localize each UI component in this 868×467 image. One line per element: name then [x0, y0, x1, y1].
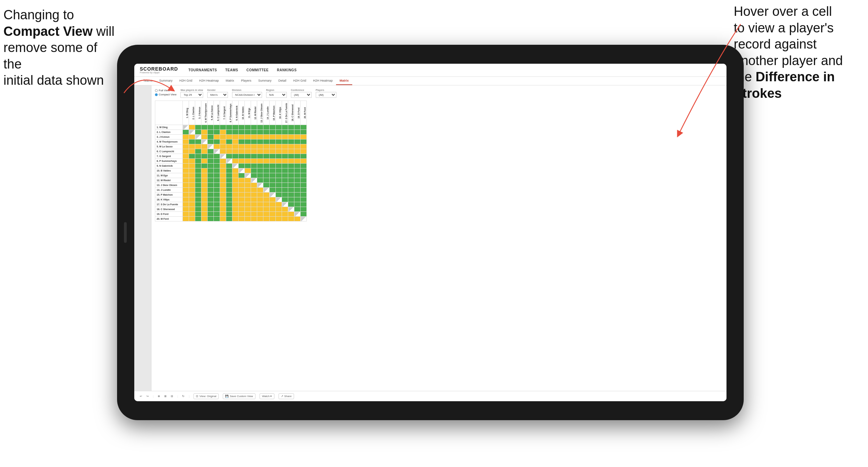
matrix-cell-9-10[interactable]: [239, 164, 245, 168]
matrix-cell-11-7[interactable]: [220, 173, 226, 178]
matrix-cell-15-12[interactable]: [251, 193, 257, 197]
tab-summary1[interactable]: Summary: [156, 77, 176, 85]
matrix-cell-17-2[interactable]: [189, 202, 195, 207]
matrix-cell-11-11[interactable]: [245, 173, 251, 178]
matrix-cell-19-13[interactable]: [257, 212, 263, 217]
matrix-cell-1-3[interactable]: [195, 125, 201, 130]
matrix-cell-6-4[interactable]: [201, 149, 208, 154]
matrix-cell-17-4[interactable]: [201, 202, 208, 207]
matrix-cell-6-20[interactable]: [301, 149, 307, 154]
matrix-cell-17-8[interactable]: [226, 202, 232, 207]
matrix-cell-5-6[interactable]: [214, 144, 220, 149]
matrix-cell-9-11[interactable]: [245, 164, 251, 168]
players-select[interactable]: (All): [316, 92, 336, 98]
matrix-cell-19-7[interactable]: [220, 212, 226, 217]
matrix-cell-17-6[interactable]: [214, 202, 220, 207]
matrix-cell-9-12[interactable]: [251, 164, 257, 168]
matrix-cell-15-20[interactable]: [301, 193, 307, 197]
matrix-cell-13-20[interactable]: [301, 183, 307, 188]
matrix-cell-3-4[interactable]: [201, 135, 208, 139]
matrix-cell-10-1[interactable]: [183, 168, 189, 173]
matrix-cell-9-9[interactable]: [232, 164, 239, 168]
matrix-cell-12-15[interactable]: [270, 178, 276, 183]
matrix-cell-20-10[interactable]: [239, 217, 245, 221]
matrix-cell-18-12[interactable]: [251, 207, 257, 212]
matrix-cell-15-1[interactable]: [183, 193, 189, 197]
matrix-cell-1-19[interactable]: [294, 125, 301, 130]
matrix-cell-8-15[interactable]: [270, 159, 276, 164]
matrix-cell-2-3[interactable]: [195, 130, 201, 135]
matrix-cell-17-1[interactable]: [183, 202, 189, 207]
matrix-cell-9-8[interactable]: [226, 164, 232, 168]
matrix-cell-3-2[interactable]: [189, 135, 195, 139]
matrix-cell-13-1[interactable]: [183, 183, 189, 188]
matrix-cell-11-5[interactable]: [208, 173, 214, 178]
matrix-cell-6-7[interactable]: [220, 149, 226, 154]
save-custom-btn[interactable]: 💾 Save Custom View: [223, 393, 255, 399]
matrix-cell-16-7[interactable]: [220, 197, 226, 202]
matrix-cell-7-1[interactable]: [183, 154, 189, 159]
matrix-cell-8-7[interactable]: [220, 159, 226, 164]
matrix-cell-1-1[interactable]: [183, 125, 189, 130]
matrix-cell-20-12[interactable]: [251, 217, 257, 221]
tab-players[interactable]: Players: [238, 77, 255, 85]
matrix-cell-4-5[interactable]: [208, 139, 214, 144]
matrix-cell-12-4[interactable]: [201, 178, 208, 183]
matrix-cell-2-2[interactable]: [189, 130, 195, 135]
matrix-cell-6-15[interactable]: [270, 149, 276, 154]
matrix-cell-17-5[interactable]: [208, 202, 214, 207]
matrix-cell-14-14[interactable]: [263, 188, 270, 193]
matrix-cell-9-7[interactable]: [220, 164, 226, 168]
tab-h2h-heatmap2[interactable]: H2H Heatmap: [310, 77, 336, 85]
matrix-cell-4-11[interactable]: [245, 139, 251, 144]
matrix-cell-3-10[interactable]: [239, 135, 245, 139]
matrix-cell-7-7[interactable]: [220, 154, 226, 159]
matrix-cell-11-17[interactable]: [282, 173, 288, 178]
matrix-cell-11-2[interactable]: [189, 173, 195, 178]
matrix-cell-9-19[interactable]: [294, 164, 301, 168]
matrix-cell-19-6[interactable]: [214, 212, 220, 217]
matrix-cell-14-1[interactable]: [183, 188, 189, 193]
matrix-cell-19-3[interactable]: [195, 212, 201, 217]
matrix-cell-8-16[interactable]: [276, 159, 282, 164]
matrix-cell-15-9[interactable]: [232, 193, 239, 197]
matrix-cell-13-17[interactable]: [282, 183, 288, 188]
matrix-cell-18-6[interactable]: [214, 207, 220, 212]
matrix-cell-19-14[interactable]: [263, 212, 270, 217]
matrix-cell-13-2[interactable]: [189, 183, 195, 188]
matrix-cell-8-3[interactable]: [195, 159, 201, 164]
matrix-cell-4-1[interactable]: [183, 139, 189, 144]
matrix-cell-18-19[interactable]: [294, 207, 301, 212]
matrix-cell-16-15[interactable]: [270, 197, 276, 202]
matrix-cell-14-3[interactable]: [195, 188, 201, 193]
matrix-cell-12-13[interactable]: [257, 178, 263, 183]
matrix-cell-8-2[interactable]: [189, 159, 195, 164]
matrix-cell-8-1[interactable]: [183, 159, 189, 164]
matrix-cell-18-2[interactable]: [189, 207, 195, 212]
matrix-cell-9-16[interactable]: [276, 164, 282, 168]
matrix-cell-10-14[interactable]: [263, 168, 270, 173]
matrix-cell-4-3[interactable]: [195, 139, 201, 144]
tab-detail[interactable]: Detail: [275, 77, 290, 85]
matrix-cell-14-15[interactable]: [270, 188, 276, 193]
matrix-cell-2-16[interactable]: [276, 130, 282, 135]
matrix-cell-3-17[interactable]: [282, 135, 288, 139]
matrix-cell-5-19[interactable]: [294, 144, 301, 149]
matrix-cell-20-5[interactable]: [208, 217, 214, 221]
matrix-cell-2-14[interactable]: [263, 130, 270, 135]
matrix-cell-10-3[interactable]: [195, 168, 201, 173]
matrix-cell-6-18[interactable]: [288, 149, 294, 154]
matrix-cell-16-9[interactable]: [232, 197, 239, 202]
matrix-cell-10-16[interactable]: [276, 168, 282, 173]
matrix-cell-2-7[interactable]: [220, 130, 226, 135]
matrix-cell-20-19[interactable]: [294, 217, 301, 221]
matrix-cell-5-20[interactable]: [301, 144, 307, 149]
matrix-cell-4-2[interactable]: [189, 139, 195, 144]
matrix-cell-8-4[interactable]: [201, 159, 208, 164]
matrix-cell-16-4[interactable]: [201, 197, 208, 202]
matrix-cell-5-1[interactable]: [183, 144, 189, 149]
matrix-cell-1-15[interactable]: [270, 125, 276, 130]
matrix-cell-15-7[interactable]: [220, 193, 226, 197]
matrix-cell-14-6[interactable]: [214, 188, 220, 193]
matrix-cell-19-20[interactable]: [301, 212, 307, 217]
